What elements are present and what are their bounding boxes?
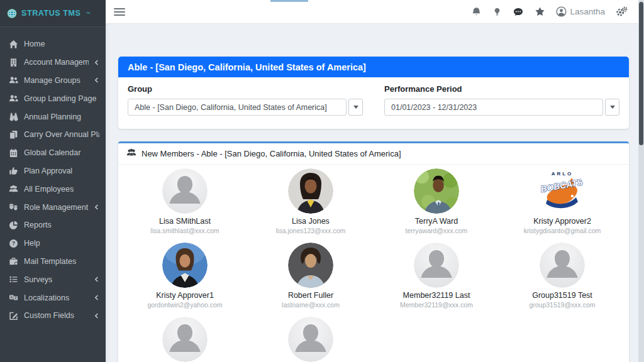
- chevron-left-icon: [94, 77, 99, 83]
- sidebar-item-localizations[interactable]: AZ Localizations: [0, 288, 106, 307]
- copy-pages-icon: [8, 129, 18, 140]
- scrollbar-thumb[interactable]: [639, 2, 643, 145]
- sidebar-item-carry-over-annual-plans[interactable]: Carry Over Annual Plans: [0, 126, 106, 144]
- member-name: Robert Fuller: [252, 291, 370, 300]
- sidebar-menu: Home Account Management Manage Groups Gr…: [0, 27, 106, 325]
- member-email: lisa.jones123@xxx.com: [252, 227, 370, 234]
- member-name: Member32119 Last: [377, 291, 496, 300]
- progress-strip: [270, 0, 308, 2]
- new-members-title: New Members - Able - [San Diego, Califor…: [142, 149, 401, 158]
- member-avatar-silhouette: [540, 243, 585, 288]
- sidebar-item-help[interactable]: ? Help: [0, 234, 106, 253]
- performance-period-label: Performance Period: [384, 84, 619, 94]
- brand-name: STRATUS TMS: [21, 9, 81, 18]
- performance-period-dropdown-button[interactable]: [605, 99, 619, 116]
- member-card: ARLOBOBCATS Kristy Approver2 kristygdisa…: [499, 165, 625, 239]
- group-filter-card: Able - [San Diego, California, United St…: [118, 57, 629, 129]
- messages-chat-icon[interactable]: [513, 7, 524, 17]
- member-card: Robert Fuller lastname@xxx.com: [248, 239, 374, 313]
- member-card: Member123 Testing: [248, 313, 374, 362]
- member-card: Member32119 Last Member32119@xxx.com: [374, 239, 499, 313]
- member-avatar-silhouette: [162, 168, 208, 214]
- sidebar-item-role-management[interactable]: Role Management: [0, 198, 106, 216]
- group-label: Group: [128, 84, 363, 94]
- home-icon: [8, 39, 18, 49]
- sidebar-item-account-management[interactable]: Account Management: [0, 53, 106, 72]
- sidebar-item-mail-templates[interactable]: Mail Templates: [0, 253, 106, 271]
- sidebar-item-global-calendar[interactable]: Global Calendar: [0, 144, 106, 162]
- member-card: Lisa SMithLast lisa.smithlast@xxx.com: [122, 165, 248, 239]
- user-circle-icon: [556, 6, 567, 17]
- sidebar-item-group-landing-page[interactable]: Group Landing Page: [0, 89, 106, 107]
- member-email: group31519@xxx.com: [503, 301, 621, 309]
- sidebar-item-annual-planning[interactable]: Annual Planning: [0, 107, 106, 126]
- member-email: lisa.smithlast@xxx.com: [126, 227, 244, 234]
- member-card: Group31519 Test group31519@xxx.com: [499, 239, 625, 313]
- member-card: Kristy Approver1 gordontwin2@yahoo.com: [122, 239, 248, 313]
- language-icon: AZ: [8, 293, 18, 303]
- group-select-dropdown-button[interactable]: [348, 99, 363, 116]
- question-circle-icon: ?: [8, 238, 18, 248]
- group-field: Group Able - [San Diego, California, Uni…: [128, 84, 363, 116]
- member-email: lastname@xxx.com: [252, 301, 370, 309]
- member-card: Member31319 Test: [122, 313, 248, 362]
- sidebar-item-reports[interactable]: Reports: [0, 216, 106, 234]
- users-group-icon: [126, 148, 136, 159]
- member-avatar-silhouette: [162, 317, 208, 362]
- user-name: Lasantha: [570, 7, 605, 16]
- globe-logo-icon: [7, 8, 17, 18]
- performance-period-field: Performance Period 01/01/2023 - 12/31/20…: [384, 84, 619, 116]
- ideas-lightbulb-icon[interactable]: [492, 7, 502, 17]
- users-group-icon: [8, 75, 18, 85]
- member-name: Group31519 Test: [503, 291, 621, 300]
- sidebar-item-plan-approval[interactable]: Plan Approval: [0, 162, 106, 180]
- performance-period-select[interactable]: 01/01/2023 - 12/31/2023: [384, 99, 603, 116]
- chevron-left-icon: [94, 277, 99, 282]
- users-group-icon: [8, 184, 18, 194]
- pie-chart-icon: [8, 220, 18, 230]
- member-card: TerryA Ward terryaward@xxx.com: [374, 165, 499, 239]
- chevron-left-icon: [94, 204, 99, 210]
- sidebar-item-home[interactable]: Home: [0, 35, 106, 53]
- member-email: gordontwin2@yahoo.com: [126, 301, 244, 309]
- user-menu[interactable]: Lasantha: [556, 6, 605, 17]
- users-group-icon: [8, 94, 18, 104]
- member-name: Lisa Jones: [252, 217, 370, 226]
- edit-square-icon: [8, 310, 18, 321]
- sidebar: STRATUS TMS ™ Home Account Management Ma…: [0, 0, 106, 362]
- svg-text:ARLO: ARLO: [552, 171, 574, 177]
- sidebar-item-all-employees[interactable]: All Employees: [0, 180, 106, 198]
- chevron-left-icon: [94, 295, 99, 300]
- caret-down-icon: [610, 106, 615, 109]
- member-avatar-photo: [288, 168, 333, 214]
- sidebar-item-manage-groups[interactable]: Manage Groups: [0, 72, 106, 90]
- group-select[interactable]: Able - [San Diego, California, United St…: [128, 99, 347, 116]
- hamburger-menu-icon[interactable]: [114, 6, 125, 18]
- member-email: Member32119@xxx.com: [377, 301, 496, 309]
- favorites-star-icon[interactable]: [535, 6, 545, 17]
- vertical-scrollbar[interactable]: [638, 0, 644, 362]
- member-avatar-bobcats-logo: ARLOBOBCATS: [540, 168, 585, 214]
- member-name: Kristy Approver2: [503, 217, 621, 226]
- chevron-left-icon: [94, 313, 99, 319]
- brand[interactable]: STRATUS TMS ™: [0, 0, 106, 27]
- sidebar-item-custom-fields[interactable]: Custom Fields: [0, 307, 106, 325]
- briefcase-mail-icon: [8, 256, 18, 266]
- member-name: Lisa SMithLast: [126, 217, 244, 226]
- caret-down-icon: [353, 106, 358, 109]
- sidebar-item-surveys[interactable]: Surveys: [0, 270, 106, 288]
- theater-masks-icon: [8, 202, 18, 212]
- member-card: Lisa Jones lisa.jones123@xxx.com: [248, 165, 374, 239]
- member-name: Kristy Approver1: [126, 291, 244, 300]
- member-avatar-photo: [162, 243, 208, 288]
- calendar-icon: [8, 148, 18, 158]
- page-title: Able - [San Diego, California, United St…: [118, 57, 629, 77]
- topbar: Lasantha: [106, 0, 644, 24]
- notifications-bell-icon[interactable]: [471, 6, 482, 17]
- svg-text:?: ?: [11, 240, 14, 246]
- list-icon: [8, 275, 18, 285]
- settings-gears-icon[interactable]: [616, 6, 628, 17]
- chevron-left-icon: [94, 60, 99, 65]
- member-avatar-photo: [288, 243, 333, 288]
- member-avatar-silhouette: [288, 317, 333, 362]
